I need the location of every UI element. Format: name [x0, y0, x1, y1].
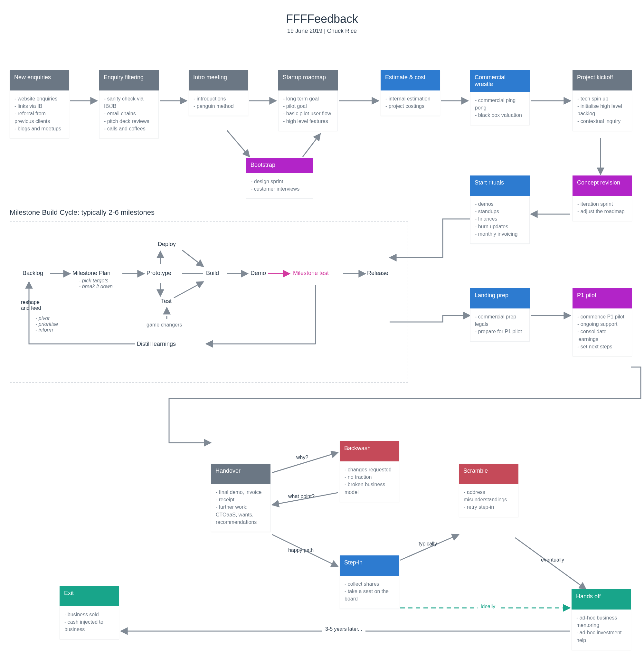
node-body: - design sprint - customer interviews [246, 173, 313, 199]
node-body: - ad-hoc business mentoring - ad-hoc inv… [572, 610, 631, 650]
node-scramble: Scramble - address misunderstandings - r… [459, 464, 519, 517]
node-body: - website enquiries - links via IB - ref… [10, 90, 69, 138]
node-head: New enquiries [10, 70, 69, 90]
node-startup-roadmap: Startup roadmap - long term goal - pilot… [278, 70, 338, 131]
section-label: Milestone Build Cycle: typically 2-6 mil… [10, 208, 155, 217]
node-start-rituals: Start rituals - demos - standups - finan… [470, 176, 530, 244]
node-head: Step-in [340, 555, 399, 576]
node-head: Enquiry filtering [99, 70, 159, 90]
page-subtitle: 19 June 2019 | Chuck Rice [0, 28, 644, 35]
node-concept-revision: Concept revision - iteration sprint - ad… [573, 176, 632, 221]
node-head: Project kickoff [573, 70, 632, 90]
node-body: - long term goal - pilot goal - basic pi… [278, 90, 338, 131]
node-head: Scramble [459, 464, 519, 484]
node-new-enquiries: New enquiries - website enquiries - link… [10, 70, 69, 138]
node-body: - changes requested - no traction - brok… [340, 461, 399, 502]
edge-label-why: why? [296, 455, 308, 460]
cycle-demo: Demo [251, 270, 266, 277]
milestone-cycle-box [10, 222, 408, 383]
node-body: - commercial prep legals - prepare for P… [470, 309, 530, 342]
node-intro-meeting: Intro meeting - introductions - penguin … [189, 70, 248, 116]
edge-label-years: 3-5 years later... [322, 626, 366, 632]
page-title: FFFFeedback [0, 12, 644, 26]
node-handover: Handover - final demo, invoice - receipt… [211, 464, 271, 532]
node-head: Bootstrap [246, 158, 313, 173]
node-head: Hands off [572, 589, 631, 610]
cycle-backlog: Backlog [23, 270, 43, 277]
node-project-kickoff: Project kickoff - tech spin up - initial… [573, 70, 632, 131]
svg-line-15 [515, 538, 586, 589]
cycle-milestone-test: Milestone test [293, 270, 329, 277]
svg-line-7 [303, 134, 320, 157]
node-body: - introductions - penguin method [189, 90, 248, 116]
node-head: Landing prep [470, 288, 530, 309]
node-body: - commercial ping pong - black box valua… [470, 92, 530, 125]
node-body: - sanity check via IB/JB - email chains … [99, 90, 159, 138]
node-body: - commence P1 pilot - ongoing support - … [573, 309, 632, 357]
cycle-build: Build [206, 270, 219, 277]
node-enquiry-filtering: Enquiry filtering - sanity check via IB/… [99, 70, 159, 138]
node-hands-off: Hands off - ad-hoc business mentoring - … [572, 589, 631, 650]
node-p1-pilot: P1 pilot - commence P1 pilot - ongoing s… [573, 288, 632, 357]
node-body: - final demo, invoice - receipt - furthe… [211, 484, 271, 532]
cycle-reshape: reshape and feed [21, 299, 41, 311]
node-head: Handover [211, 464, 271, 484]
svg-line-14 [400, 534, 459, 560]
node-landing-prep: Landing prep - commercial prep legals - … [470, 288, 530, 342]
node-head: Commercial wrestle [470, 70, 530, 92]
edge-label-happy-path: happy path [288, 547, 314, 553]
node-body: - tech spin up - initialise high level b… [573, 90, 632, 131]
edge-label-ideally: ideally [478, 604, 498, 610]
node-body: - business sold - cash injected to busin… [60, 606, 119, 639]
node-body: - internal estimation - project costings [381, 90, 440, 116]
cycle-milestone-plan: Milestone Plan [72, 270, 111, 277]
node-step-in: Step-in - collect shares - take a seat o… [340, 555, 399, 609]
node-body: - collect shares - take a seat on the bo… [340, 576, 399, 609]
node-body: - iteration sprint - adjust the roadmap [573, 196, 632, 221]
node-commercial-wrestle: Commercial wrestle - commercial ping pon… [470, 70, 530, 125]
node-body: - demos - standups - finances - burn upd… [470, 196, 530, 244]
node-head: Intro meeting [189, 70, 248, 90]
cycle-prototype: Prototype [146, 270, 171, 277]
cycle-distill: Distill learnings [137, 341, 176, 347]
node-body: - address misunderstandings - retry step… [459, 484, 519, 517]
edge-label-typically: typically [419, 541, 437, 547]
node-head: Estimate & cost [381, 70, 440, 90]
node-head: Startup roadmap [278, 70, 338, 90]
cycle-release: Release [367, 270, 388, 277]
node-backwash: Backwash - changes requested - no tracti… [340, 441, 399, 502]
node-head: Concept revision [573, 176, 632, 196]
svg-line-6 [227, 130, 250, 157]
node-bootstrap: Bootstrap - design sprint - customer int… [246, 158, 313, 199]
cycle-game-changers: game changers [146, 322, 182, 328]
node-estimate-cost: Estimate & cost - internal estimation - … [381, 70, 440, 116]
node-head: P1 pilot [573, 288, 632, 309]
node-head: Start rituals [470, 176, 530, 196]
cycle-reshape-sub: - pivot - prioritise - inform [36, 316, 58, 333]
edge-label-eventually: eventually [541, 557, 564, 563]
cycle-test: Test [161, 298, 171, 304]
cycle-deploy: Deploy [158, 241, 176, 248]
node-head: Backwash [340, 441, 399, 461]
edge-label-what-point: what point? [288, 494, 315, 499]
cycle-milestone-plan-sub: - pick targets - break it down [79, 278, 113, 290]
node-head: Exit [60, 586, 119, 606]
node-exit: Exit - business sold - cash injected to … [60, 586, 119, 639]
